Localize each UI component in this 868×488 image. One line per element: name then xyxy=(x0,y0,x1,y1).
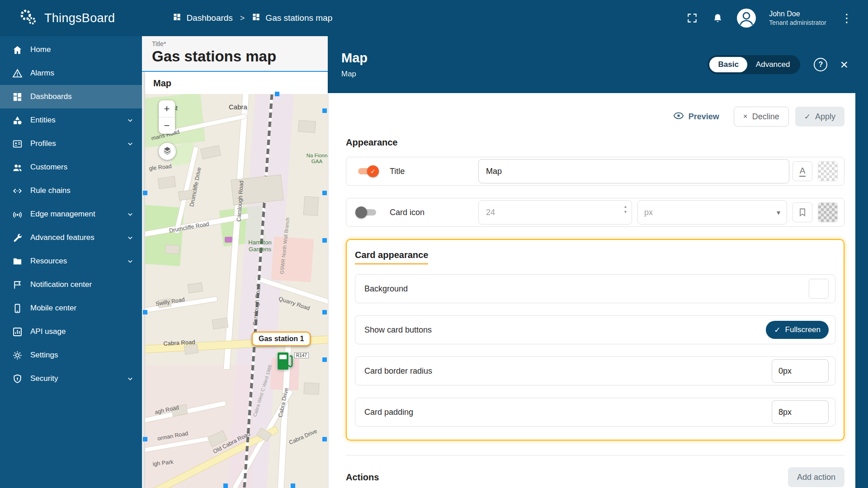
card-border-radius-input[interactable] xyxy=(772,359,829,383)
zoom-in-button[interactable]: + xyxy=(159,100,175,117)
notifications-bell-icon[interactable] xyxy=(711,12,724,24)
map-layers-button[interactable] xyxy=(159,143,176,160)
show-card-buttons-row: Show card buttons ✓ Fullscreen xyxy=(355,315,835,344)
resize-handle[interactable] xyxy=(143,310,147,314)
resize-handle[interactable] xyxy=(322,310,327,314)
folder-icon xyxy=(12,256,23,267)
sidebar-item-entities[interactable]: Entities xyxy=(0,108,142,132)
card-icon-toggle[interactable] xyxy=(355,206,379,218)
icon-picker-button[interactable] xyxy=(793,202,812,222)
sidebar-item-security[interactable]: Security xyxy=(0,367,142,390)
app-logo[interactable]: ThingsBoard xyxy=(18,8,115,28)
header-actions: John Doe Tenant administrator ⋮ xyxy=(686,8,854,28)
gear-icon xyxy=(12,350,23,361)
tab-advanced[interactable]: Advanced xyxy=(747,57,799,72)
fullscreen-icon[interactable] xyxy=(686,12,698,24)
resize-handle[interactable] xyxy=(223,483,228,488)
profiles-icon xyxy=(12,138,23,149)
title-toggle[interactable]: ✓ xyxy=(355,165,379,177)
background-color-swatch[interactable] xyxy=(809,279,829,299)
stepper-down-icon[interactable]: ▼ xyxy=(623,210,627,214)
sidebar-item-api-usage[interactable]: API usage xyxy=(0,320,142,343)
settings-body: Preview × Decline ✓ Apply Appearance xyxy=(328,93,868,488)
map-widget[interactable]: Cabra West mans Road gle Road Drumcliffe… xyxy=(145,94,328,488)
icon-size-unit-select[interactable]: px ▾ xyxy=(637,200,787,225)
fullscreen-chip[interactable]: ✓ Fullscreen xyxy=(766,321,829,339)
sidebar-item-customers[interactable]: Customers xyxy=(0,155,142,179)
chevron-down-icon xyxy=(126,116,135,125)
settings-title: Map xyxy=(341,51,368,66)
resize-handle[interactable] xyxy=(322,191,327,195)
sidebar-item-edge-management[interactable]: Edge management xyxy=(0,202,142,226)
sidebar-item-home[interactable]: Home xyxy=(0,38,142,61)
title-setting-label: Title xyxy=(390,167,478,176)
main-area: Home Alarms Dashboards Entities Profiles xyxy=(0,36,868,488)
chevron-down-icon xyxy=(126,257,135,266)
resize-handle[interactable] xyxy=(322,108,327,113)
chevron-down-icon xyxy=(126,139,135,148)
kebab-menu-icon[interactable]: ⋮ xyxy=(839,11,854,25)
close-icon[interactable]: × xyxy=(840,58,848,71)
sidebar-item-notification-center[interactable]: Notification center xyxy=(0,273,142,296)
decline-button[interactable]: × Decline xyxy=(734,107,789,127)
edge-antenna-icon xyxy=(12,209,23,220)
card-padding-input[interactable] xyxy=(772,400,829,424)
basic-advanced-toggle: Basic Advanced xyxy=(708,55,800,74)
title-color-swatch[interactable] xyxy=(818,161,838,181)
check-icon: ✓ xyxy=(367,165,379,177)
breadcrumb-current-page[interactable]: Gas stations map xyxy=(252,13,332,23)
tab-basic[interactable]: Basic xyxy=(709,57,747,72)
settings-subtitle: Map xyxy=(341,70,368,79)
breadcrumb-separator: > xyxy=(240,14,245,23)
sidebar-item-advanced-features[interactable]: Advanced features xyxy=(0,226,142,249)
customers-icon xyxy=(12,162,23,173)
resize-handle[interactable] xyxy=(143,437,147,441)
sidebar-item-rule-chains[interactable]: Rule chains xyxy=(0,179,142,202)
sidebar-item-alarms[interactable]: Alarms xyxy=(0,61,142,85)
thingsboard-app: ThingsBoard Dashboards > Gas stations ma… xyxy=(0,0,868,488)
zoom-out-button[interactable]: − xyxy=(159,117,175,134)
user-avatar[interactable] xyxy=(736,8,756,28)
add-action-button[interactable]: Add action xyxy=(788,467,844,487)
icon-color-swatch[interactable] xyxy=(818,202,838,222)
resize-handle[interactable] xyxy=(143,191,147,195)
card-padding-label: Card padding xyxy=(364,408,413,417)
preview-button[interactable]: Preview xyxy=(673,110,719,123)
sidebar-item-dashboards[interactable]: Dashboards xyxy=(0,85,142,108)
park-label: Na Fionn GAA xyxy=(304,153,328,164)
close-icon: × xyxy=(743,112,748,121)
apply-button[interactable]: ✓ Apply xyxy=(795,107,844,127)
widget-title-input[interactable] xyxy=(478,159,789,183)
settings-header: Map Map Basic Advanced ? × xyxy=(328,36,868,93)
font-settings-button[interactable]: A xyxy=(793,161,812,181)
card-border-radius-row: Card border radius xyxy=(355,357,835,385)
stepper[interactable]: ▲ ▼ xyxy=(623,205,627,214)
sidebar-item-mobile-center[interactable]: Mobile center xyxy=(0,296,142,320)
street-label: gle Road xyxy=(149,163,172,172)
dashboards-icon xyxy=(12,91,23,102)
resize-handle[interactable] xyxy=(322,238,327,243)
stepper-up-icon[interactable]: ▲ xyxy=(623,205,627,209)
alarm-icon xyxy=(12,68,23,79)
sidebar-item-settings[interactable]: Settings xyxy=(0,343,142,367)
help-icon[interactable]: ? xyxy=(814,58,827,71)
sidebar-item-profiles[interactable]: Profiles xyxy=(0,132,142,155)
chevron-down-icon xyxy=(126,374,135,383)
title-setting-row: ✓ Title A xyxy=(346,157,844,186)
dashboard-icon xyxy=(252,13,260,23)
check-icon: ✓ xyxy=(774,325,780,335)
icon-size-input[interactable] xyxy=(478,200,632,225)
resize-handle[interactable] xyxy=(291,483,295,488)
street-label: Cabra Drive xyxy=(288,428,318,446)
resize-handle[interactable] xyxy=(322,437,327,441)
gas-station-marker-icon[interactable] xyxy=(276,351,294,374)
panel-edge-backdrop xyxy=(855,93,868,488)
sidebar-item-resources[interactable]: Resources xyxy=(0,249,142,273)
dashboard-title-input[interactable] xyxy=(152,48,324,65)
dashboard-title-label: Title* xyxy=(152,40,328,47)
shield-icon xyxy=(12,373,23,384)
settings-titles: Map Map xyxy=(341,51,368,79)
breadcrumb-dashboards[interactable]: Dashboards xyxy=(173,13,232,23)
resize-handle[interactable] xyxy=(275,92,279,96)
resize-handle[interactable] xyxy=(322,357,327,362)
